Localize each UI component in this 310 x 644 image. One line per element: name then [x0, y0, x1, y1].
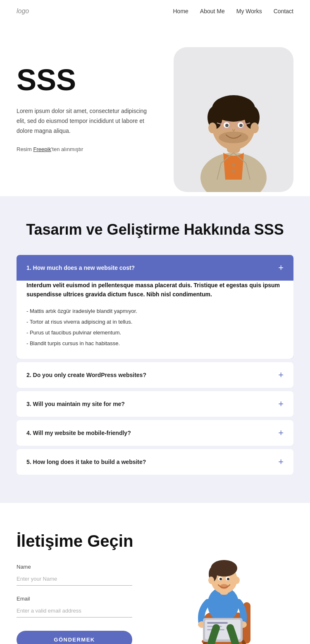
svg-point-19 [232, 170, 235, 173]
hero-image [174, 47, 293, 192]
list-item: Mattis artık özgür iradesiyle blandit ya… [26, 306, 284, 317]
faq-answer-list-1: Mattis artık özgür iradesiyle blandit ya… [26, 306, 284, 349]
contact-person-illustration [179, 540, 270, 644]
hero-credit-prefix: Resim [17, 146, 33, 152]
faq-item-4: 4. Will my website be mobile-friendly? + [17, 420, 293, 446]
navbar: logo Home About Me My Works Contact [0, 0, 310, 22]
contact-right [155, 532, 293, 644]
faq-question-text-3: 3. Will you maintain my site for me? [26, 401, 125, 407]
svg-rect-43 [207, 622, 228, 624]
svg-point-6 [208, 123, 217, 133]
contact-left: İletişime Geçin Name Email GÖNDERMEK Ten… [17, 532, 155, 644]
list-item: Tortor at risus viverra adipiscing at in… [26, 317, 284, 327]
faq-question-3[interactable]: 3. Will you maintain my site for me? + [17, 391, 293, 417]
nav-about-me[interactable]: About Me [200, 8, 225, 14]
faq-question-text-1: 1. How much does a new website cost? [26, 264, 135, 271]
nav-links: Home About Me My Works Contact [173, 7, 293, 15]
svg-point-10 [225, 124, 229, 127]
nav-my-works[interactable]: My Works [236, 8, 262, 14]
faq-answer-1: Interdum velit euismod in pellentesque m… [17, 281, 293, 359]
faq-title: Tasarım ve Geliştirme Hakkında SSS [17, 221, 293, 238]
submit-button[interactable]: GÖNDERMEK [17, 631, 132, 644]
faq-plus-icon-4: + [278, 428, 284, 437]
hero-credit: Resim Freepik'ten alınmıştır [17, 146, 155, 152]
name-input[interactable] [17, 572, 132, 586]
svg-point-37 [227, 578, 229, 580]
name-form-group: Name [17, 564, 155, 586]
nav-home[interactable]: Home [173, 8, 188, 14]
svg-point-36 [219, 578, 222, 580]
faq-plus-icon-5: + [278, 457, 284, 466]
hero-left: SSS Lorem ipsum dolor sit amet, consecte… [17, 47, 155, 152]
faq-item-1: 1. How much does a new website cost? + I… [17, 255, 293, 359]
faq-plus-icon-3: + [278, 399, 284, 409]
nav-contact[interactable]: Contact [274, 8, 293, 14]
hero-person-illustration [180, 60, 287, 192]
faq-plus-icon-2: + [278, 370, 284, 380]
faq-question-text-4: 4. Will my website be mobile-friendly? [26, 430, 131, 436]
email-input[interactable] [17, 604, 132, 618]
hero-section: SSS Lorem ipsum dolor sit amet, consecte… [0, 22, 310, 196]
svg-point-11 [239, 124, 243, 127]
email-label: Email [17, 596, 155, 602]
email-form-group: Email [17, 596, 155, 618]
name-label: Name [17, 564, 155, 570]
svg-point-17 [219, 132, 248, 143]
logo: logo [17, 7, 29, 15]
contact-section: İletişime Geçin Name Email GÖNDERMEK Ten… [0, 503, 310, 644]
contact-title: İletişime Geçin [17, 532, 155, 550]
hero-right [155, 47, 293, 192]
svg-point-33 [234, 577, 240, 584]
faq-item-2: 2. Do you only create WordPress websites… [17, 362, 293, 388]
hero-credit-suffix: 'ten alınmıştır [51, 146, 83, 152]
list-item: Blandit turpis cursus in hac habitasse. [26, 338, 284, 349]
faq-answer-bold-1: Interdum velit euismod in pellentesque m… [26, 281, 284, 299]
faq-question-5[interactable]: 5. How long does it take to build a webs… [17, 449, 293, 475]
hero-credit-link[interactable]: Freepik [33, 146, 51, 152]
hero-title: SSS [17, 64, 155, 96]
faq-item-3: 3. Will you maintain my site for me? + [17, 391, 293, 417]
faq-question-4[interactable]: 4. Will my website be mobile-friendly? + [17, 420, 293, 446]
faq-item-5: 5. How long does it take to build a webs… [17, 449, 293, 475]
faq-question-text-5: 5. How long does it take to build a webs… [26, 459, 146, 465]
faq-plus-icon-1: + [278, 263, 284, 272]
faq-question-text-2: 2. Do you only create WordPress websites… [26, 372, 146, 378]
faq-section: Tasarım ve Geliştirme Hakkında SSS 1. Ho… [0, 196, 310, 503]
hero-description: Lorem ipsum dolor sit amet, consectetur … [17, 106, 149, 136]
svg-point-18 [232, 164, 235, 166]
svg-point-7 [250, 123, 259, 133]
svg-point-38 [220, 584, 228, 589]
faq-question-1[interactable]: 1. How much does a new website cost? + [17, 255, 293, 281]
faq-question-2[interactable]: 2. Do you only create WordPress websites… [17, 362, 293, 388]
svg-point-32 [208, 577, 214, 584]
list-item: Purus ut faucibus pulvinar elementum. [26, 327, 284, 338]
